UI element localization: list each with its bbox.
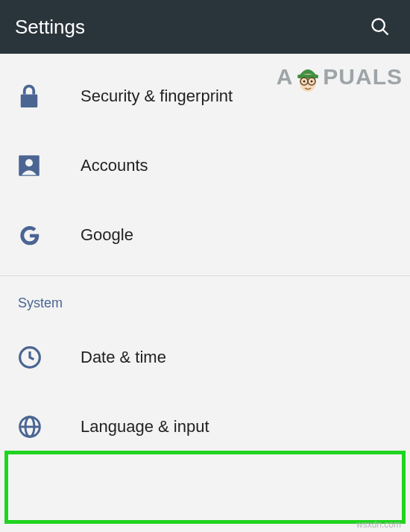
settings-item-accounts[interactable]: Accounts xyxy=(0,131,410,200)
search-icon xyxy=(370,16,391,37)
settings-item-language[interactable]: Language & input xyxy=(0,390,410,463)
settings-item-label: Google xyxy=(81,225,133,245)
settings-item-label: Date & time xyxy=(81,348,166,367)
svg-point-4 xyxy=(25,159,33,166)
lock-icon xyxy=(18,84,81,109)
app-header: Settings xyxy=(0,0,410,54)
clock-icon xyxy=(18,345,81,369)
source-caption: wsxdn.com xyxy=(356,519,401,530)
svg-point-13 xyxy=(303,81,306,83)
globe-icon xyxy=(18,415,81,439)
svg-line-1 xyxy=(383,30,388,35)
svg-rect-2 xyxy=(21,94,38,107)
watermark-text-left: A xyxy=(277,64,294,90)
svg-point-0 xyxy=(373,19,385,31)
settings-item-datetime[interactable]: Date & time xyxy=(0,325,410,390)
search-button[interactable] xyxy=(365,12,395,42)
watermark: A PUALS xyxy=(277,60,403,94)
watermark-text-right: PUALS xyxy=(323,64,403,90)
settings-list: Security & fingerprint Accounts Google S… xyxy=(0,54,410,463)
settings-item-google[interactable]: Google xyxy=(0,200,410,269)
svg-point-14 xyxy=(311,81,313,83)
section-header-system: System xyxy=(0,276,410,325)
person-square-icon xyxy=(18,154,81,177)
page-title: Settings xyxy=(15,16,85,39)
svg-rect-10 xyxy=(297,75,318,78)
settings-item-label: Language & input xyxy=(81,417,209,436)
google-icon xyxy=(18,223,81,247)
settings-item-label: Security & fingerprint xyxy=(81,87,233,106)
watermark-mascot-icon xyxy=(294,60,321,94)
settings-item-label: Accounts xyxy=(81,156,148,175)
